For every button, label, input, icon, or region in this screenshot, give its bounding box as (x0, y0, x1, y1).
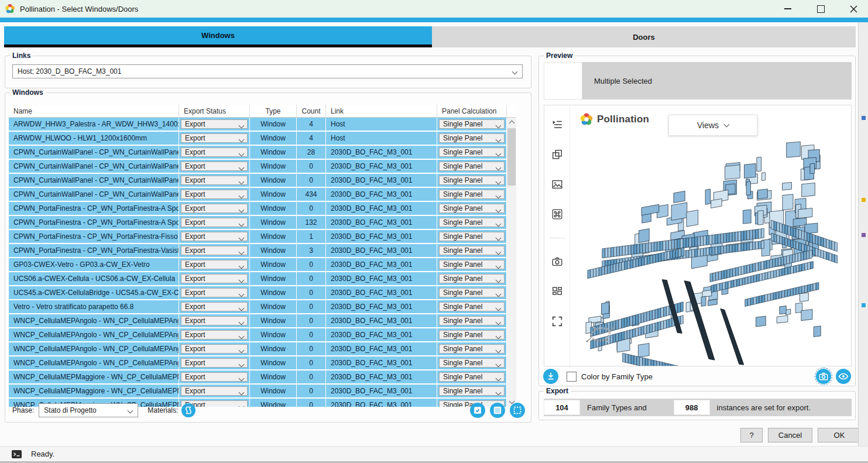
export-status-select[interactable]: Export (181, 386, 248, 396)
column-header-panel-calculation[interactable]: Panel Calculation (437, 105, 507, 117)
table-row[interactable]: ARWDW_HHW3_Palestra - AR_WDW_HHW3_1400x3… (9, 118, 507, 131)
scroll-up-icon[interactable] (507, 118, 516, 127)
table-row[interactable]: ARWDW_HLWOO - HLW1_1200x1600mmExportWind… (9, 132, 507, 145)
export-status-select[interactable]: Export (181, 176, 248, 185)
table-row[interactable]: WNCP_CellulaMEPAngolo - WN_CP_CellulaMEP… (9, 342, 507, 355)
column-header-type[interactable]: Type (250, 105, 297, 117)
table-row[interactable]: WNCP_CellulaMEPAngolo - WN_CP_CellulaMEP… (9, 314, 507, 327)
panel-calculation-select[interactable]: Single Panel (439, 204, 505, 213)
table-row[interactable]: WNCP_CellulaMEPAngolo - WN_CP_CellulaMEP… (9, 328, 507, 341)
column-header-link[interactable]: Link (326, 105, 437, 117)
export-status-select[interactable]: Export (181, 148, 248, 157)
ok-button[interactable]: OK (818, 428, 861, 443)
export-status-select[interactable]: Export (181, 190, 248, 199)
help-button[interactable]: ? (740, 428, 763, 443)
close-icon[interactable] (847, 2, 860, 15)
panel-calculation-select[interactable]: Single Panel (439, 119, 505, 129)
export-status-select[interactable]: Export (181, 372, 248, 382)
table-row[interactable]: WNCP_CellulaMEPMaggiore - WN_CP_CellulaM… (9, 385, 507, 397)
export-status-select[interactable]: Export (181, 260, 248, 269)
model-tree-icon[interactable] (551, 118, 564, 131)
layout-grid-icon[interactable] (551, 285, 564, 298)
panel-calculation-select[interactable]: Single Panel (439, 372, 505, 382)
table-row[interactable]: WNCP_CellulaMEPMaggiore - WN_CP_CellulaM… (9, 371, 507, 383)
phase-select[interactable]: Stato di Progetto (39, 403, 138, 417)
download-icon[interactable] (543, 369, 558, 384)
check-all-icon[interactable] (470, 403, 485, 418)
fullscreen-icon[interactable] (551, 315, 564, 328)
table-row[interactable]: CPWN_CurtainWallPanel - CP_WN_CurtainWal… (9, 174, 507, 187)
panel-calculation-select[interactable]: Single Panel (439, 302, 505, 311)
views-button[interactable]: Views (668, 115, 757, 136)
viewer-canvas[interactable]: Pollination Views (570, 105, 851, 366)
scrollbar-thumb[interactable] (507, 128, 516, 186)
tab-windows[interactable]: Windows (4, 26, 432, 47)
tab-doors[interactable]: Doors (432, 26, 856, 47)
table-row[interactable]: GP03-CWEX-Vetro - GP03.a-CW_EX-VetroExpo… (9, 258, 507, 271)
panel-calculation-select[interactable]: Single Panel (439, 358, 505, 368)
table-scrollbar[interactable] (507, 118, 516, 407)
materials-icon[interactable] (181, 403, 195, 417)
export-status-select[interactable]: Export (181, 302, 248, 311)
panel-calculation-select[interactable]: Single Panel (439, 176, 505, 185)
row-type: Window (250, 300, 297, 313)
export-status-select[interactable]: Export (181, 232, 248, 241)
panel-calculation-select[interactable]: Single Panel (439, 133, 505, 143)
export-status-select[interactable]: Export (181, 316, 248, 325)
export-status-select[interactable]: Export (181, 119, 248, 129)
export-status-select[interactable]: Export (181, 288, 248, 297)
image-icon[interactable] (551, 178, 564, 191)
eye-icon[interactable] (836, 369, 851, 384)
panel-calculation-select[interactable]: Single Panel (439, 232, 505, 241)
column-header-count[interactable]: Count (297, 105, 326, 117)
maximize-icon[interactable] (814, 2, 827, 15)
panel-calculation-select[interactable]: Single Panel (439, 246, 505, 255)
minimize-icon[interactable] (781, 2, 794, 15)
export-status-select[interactable]: Export (181, 274, 248, 283)
marquee-select-icon[interactable] (510, 403, 525, 418)
duplicate-icon[interactable] (551, 148, 564, 161)
viewer-3d[interactable]: Pollination Views (544, 105, 852, 366)
panel-calculation-select[interactable]: Single Panel (439, 162, 505, 171)
links-select[interactable]: Host; 2030_D_BO_FAC_M3_001 (12, 64, 523, 78)
panel-calculation-select[interactable]: Single Panel (439, 386, 505, 396)
command-icon[interactable] (551, 208, 564, 221)
panel-calculation-select[interactable]: Single Panel (439, 330, 505, 339)
panel-calculation-select[interactable]: Single Panel (439, 218, 505, 227)
panel-calculation-select[interactable]: Single Panel (439, 190, 505, 199)
table-row[interactable]: CPWN_CurtainWallPanel - CP_WN_CurtainWal… (9, 160, 507, 173)
table-row[interactable]: CPWN_PortaFinestra - CP_WN_PortaFinestra… (9, 202, 507, 215)
panel-calculation-select[interactable]: Single Panel (439, 148, 505, 157)
table-row[interactable]: UCS45.a-CWEX-CellulaBridge - UCS45.a-CW_… (9, 286, 507, 299)
table-row[interactable]: CPWN_PortaFinestra - CP_WN_PortaFinestra… (9, 230, 507, 243)
export-status-select[interactable]: Export (181, 204, 248, 213)
export-status-select[interactable]: Export (181, 344, 248, 354)
column-header-name[interactable]: Name (9, 105, 179, 117)
table-row[interactable]: CPWN_PortaFinestra - CP_WN_PortaFinestra… (9, 216, 507, 229)
export-status-select-value: Export (185, 331, 205, 339)
panel-calculation-select[interactable]: Single Panel (439, 344, 505, 354)
column-header-export-status[interactable]: Export Status (179, 105, 250, 117)
panel-calculation-select[interactable]: Single Panel (439, 316, 505, 325)
export-status-select[interactable]: Export (181, 330, 248, 339)
table-row[interactable]: WNCP_CellulaMEPAngolo - WN_CP_CellulaMEP… (9, 356, 507, 369)
table-row[interactable]: CPWN_PortaFinestra - CP_WN_PortaFinestra… (9, 244, 507, 257)
panel-calculation-select[interactable]: Single Panel (439, 288, 505, 297)
window-title: Pollination - Select Windows/Doors (20, 5, 138, 13)
export-status-select[interactable]: Export (181, 133, 248, 143)
solid-square-icon[interactable] (490, 403, 505, 418)
table-row[interactable]: Vetro - Vetro stratificato parapetto 66.… (9, 300, 507, 313)
panel-calculation-select[interactable]: Single Panel (439, 274, 505, 283)
table-row[interactable]: UCS06.a-CWEX-Cellula - UCS06.a-CW_EX-Cel… (9, 272, 507, 285)
cancel-button[interactable]: Cancel (768, 428, 812, 443)
export-status-select[interactable]: Export (181, 246, 248, 255)
color-by-family-checkbox[interactable] (567, 372, 577, 382)
export-status-select[interactable]: Export (181, 162, 248, 171)
export-status-select[interactable]: Export (181, 218, 248, 227)
camera-icon[interactable] (551, 255, 564, 268)
table-row[interactable]: CPWN_CurtainWallPanel - CP_WN_CurtainWal… (9, 188, 507, 201)
export-status-select[interactable]: Export (181, 358, 248, 368)
table-row[interactable]: CPWN_CurtainWallPanel - CP_WN_CurtainWal… (9, 146, 507, 159)
panel-calculation-select[interactable]: Single Panel (439, 260, 505, 269)
snapshot-icon[interactable] (816, 369, 831, 384)
